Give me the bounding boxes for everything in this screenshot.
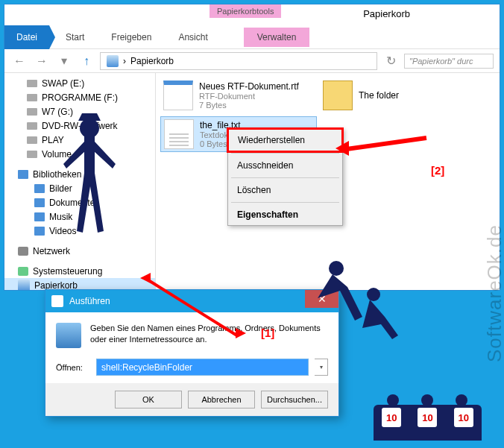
file-name: The folder	[359, 90, 399, 101]
nav-item-label: Papierkorb	[34, 280, 78, 291]
run-big-icon	[56, 323, 81, 348]
score-card: 10	[382, 408, 401, 427]
search-input[interactable]: "Papierkorb" durc	[404, 54, 494, 69]
address-bar: ← → ▾ ↑ › Papierkorb ↻ "Papierkorb" durc	[4, 49, 500, 73]
svg-point-0	[80, 119, 99, 138]
file-icon	[164, 119, 194, 149]
annotation-label-2: [2]	[431, 164, 444, 177]
svg-rect-1	[84, 136, 95, 173]
folder-icon	[323, 81, 353, 110]
nav-back-icon[interactable]: ←	[10, 52, 28, 70]
titlebar: Papierkorbtools Papierkorb	[4, 4, 500, 25]
annotation-label-1: [1]	[261, 326, 274, 339]
ctx-properties[interactable]: Eigenschaften	[228, 204, 342, 225]
context-menu: Wiederherstellen Ausschneiden Löschen Ei…	[227, 128, 343, 226]
nav-up-icon[interactable]: ↑	[78, 52, 95, 70]
nav-item-papierkorb[interactable]: Papierkorb	[4, 278, 155, 290]
ctx-cut[interactable]: Ausschneiden	[228, 155, 342, 176]
run-description: Geben Sie den Namen eines Programms, Ord…	[90, 323, 328, 348]
address-path[interactable]: › Papierkorb	[100, 52, 377, 70]
ribbon-tool-hint: Papierkorbtools	[210, 4, 281, 18]
ctx-separator	[231, 177, 339, 178]
figure-silhouette	[56, 112, 123, 246]
chevron-down-icon[interactable]: ▾	[315, 359, 328, 376]
library-icon	[34, 227, 45, 236]
file-item[interactable]: The folder	[320, 78, 476, 113]
file-icon	[163, 81, 193, 110]
drive-icon	[27, 80, 37, 87]
ribbon-start-tab[interactable]: Start	[52, 28, 98, 47]
ctx-separator	[231, 202, 339, 203]
ribbon-share-tab[interactable]: Freigeben	[98, 28, 165, 47]
drive-icon	[27, 136, 37, 144]
path-text: Papierkorb	[130, 56, 174, 66]
judge-head-icon	[421, 394, 433, 406]
nav-item-label: Netzwerk	[33, 246, 70, 256]
nav-dd-icon[interactable]: ▾	[55, 52, 73, 70]
library-icon	[34, 184, 45, 193]
run-icon	[51, 295, 63, 307]
nav-item-label: SWAP (E:)	[42, 78, 84, 89]
score-card: 10	[418, 408, 437, 427]
recycle-bin-icon	[107, 55, 119, 67]
nav-item-label: Systemsteuerung	[33, 266, 102, 277]
drive-icon	[27, 94, 37, 101]
ctx-restore[interactable]: Wiederherstellen	[227, 127, 344, 153]
network-icon	[18, 247, 28, 256]
ribbon-view-tab[interactable]: Ansicht	[165, 28, 221, 47]
library-icon	[18, 170, 28, 179]
judge-head-icon	[387, 394, 399, 406]
file-type: RTF-Dokument	[199, 92, 299, 101]
arrow-head-icon	[140, 273, 151, 283]
ribbon-tabs: Datei Start Freigeben Ansicht Verwalten	[4, 25, 500, 49]
arrow-head-icon	[336, 141, 349, 156]
svg-point-2	[329, 261, 344, 276]
run-input[interactable]	[96, 359, 309, 376]
recycle-bin-icon	[18, 280, 30, 291]
ctx-separator	[231, 153, 339, 154]
ok-button[interactable]: OK	[115, 391, 182, 408]
judge-table: 10 10 10	[374, 405, 482, 441]
refresh-icon[interactable]: ↻	[382, 52, 400, 70]
control-panel-icon	[18, 267, 28, 276]
library-icon	[34, 198, 45, 207]
file-size: 7 Bytes	[199, 101, 299, 110]
file-name: Neues RTF-Dokument.rtf	[199, 81, 299, 92]
nav-fwd-icon[interactable]: →	[33, 52, 51, 70]
drive-icon	[27, 151, 37, 158]
browse-button[interactable]: Durchsuchen...	[261, 391, 328, 408]
window-title: Papierkorb	[363, 8, 410, 19]
ribbon-file-tab[interactable]: Datei	[4, 25, 49, 49]
nav-item-programme-f-[interactable]: PROGRAMME (F:)	[4, 90, 155, 104]
nav-item-label: PROGRAMME (F:)	[42, 92, 118, 103]
cancel-button[interactable]: Abbrechen	[188, 391, 255, 408]
drive-icon	[27, 122, 37, 130]
drive-icon	[27, 108, 37, 116]
ctx-delete[interactable]: Löschen	[228, 180, 342, 201]
run-open-label: Öffnen:	[56, 363, 90, 372]
nav-item-systemsteuerung[interactable]: Systemsteuerung	[4, 264, 155, 278]
judge-head-icon	[456, 394, 467, 406]
svg-point-3	[367, 288, 380, 301]
library-icon	[34, 212, 45, 221]
figure-silhouette	[310, 253, 400, 343]
score-card: 10	[454, 408, 473, 427]
arrow-head-icon	[236, 328, 246, 338]
ribbon-manage-tab[interactable]: Verwalten	[244, 28, 310, 47]
run-title: Ausführen	[69, 296, 110, 306]
nav-item-swap-e-[interactable]: SWAP (E:)	[4, 76, 155, 90]
file-item[interactable]: Neues RTF-Dokument.rtfRTF-Dokument7 Byte…	[160, 78, 317, 113]
